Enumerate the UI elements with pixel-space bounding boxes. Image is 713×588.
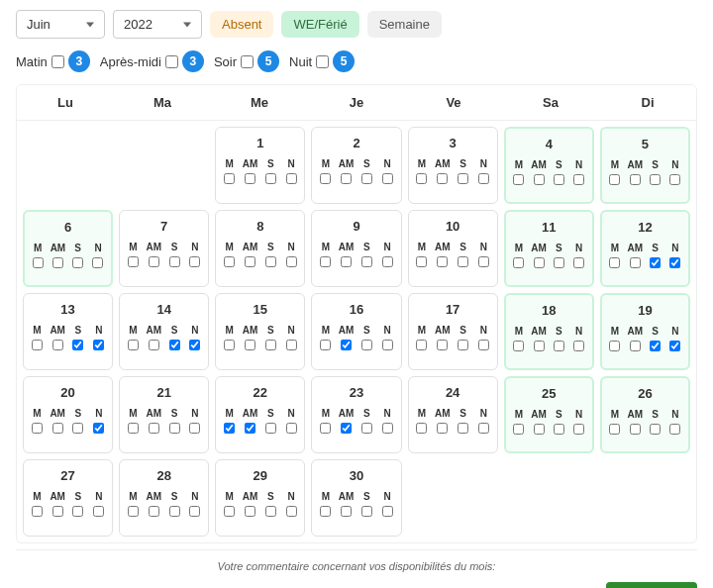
checkbox-matin-all[interactable]: [51, 55, 64, 68]
slot-checkbox-s[interactable]: [72, 257, 83, 268]
checkbox-apresmidi-all[interactable]: [165, 55, 178, 68]
slot-checkbox-s[interactable]: [361, 423, 372, 434]
slot-checkbox-n[interactable]: [286, 340, 297, 350]
slot-checkbox-n[interactable]: [669, 341, 680, 351]
slot-checkbox-s[interactable]: [361, 506, 372, 517]
slot-checkbox-am[interactable]: [52, 257, 63, 268]
slot-checkbox-m[interactable]: [320, 506, 331, 517]
slot-checkbox-s[interactable]: [361, 256, 372, 267]
slot-checkbox-m[interactable]: [609, 257, 620, 268]
slot-checkbox-am[interactable]: [245, 423, 255, 434]
slot-checkbox-s[interactable]: [458, 173, 468, 184]
year-select[interactable]: 2022: [113, 10, 202, 39]
slot-checkbox-s[interactable]: [361, 173, 372, 184]
slot-checkbox-n[interactable]: [189, 506, 200, 517]
slot-checkbox-m[interactable]: [32, 340, 43, 350]
slot-checkbox-am[interactable]: [437, 340, 448, 350]
slot-checkbox-m[interactable]: [416, 340, 427, 350]
slot-checkbox-am[interactable]: [534, 341, 545, 351]
slot-checkbox-n[interactable]: [93, 423, 104, 434]
slot-checkbox-am[interactable]: [341, 423, 352, 434]
slot-checkbox-s[interactable]: [458, 256, 468, 267]
slot-checkbox-s[interactable]: [650, 341, 661, 351]
slot-checkbox-m[interactable]: [320, 256, 331, 267]
slot-checkbox-s[interactable]: [650, 174, 661, 185]
slot-checkbox-n[interactable]: [189, 340, 200, 350]
slot-checkbox-n[interactable]: [382, 506, 393, 517]
slot-checkbox-n[interactable]: [478, 256, 489, 267]
slot-checkbox-m[interactable]: [32, 506, 43, 517]
slot-checkbox-am[interactable]: [630, 341, 641, 351]
slot-checkbox-am[interactable]: [341, 256, 352, 267]
slot-checkbox-m[interactable]: [609, 174, 620, 185]
chip-week[interactable]: Semaine: [367, 11, 442, 38]
slot-checkbox-am[interactable]: [534, 424, 545, 435]
slot-checkbox-m[interactable]: [128, 340, 139, 350]
checkbox-soir-all[interactable]: [241, 55, 254, 68]
month-select[interactable]: Juin: [16, 10, 105, 39]
slot-checkbox-s[interactable]: [650, 257, 661, 268]
slot-checkbox-am[interactable]: [534, 174, 545, 185]
slot-checkbox-m[interactable]: [416, 423, 427, 434]
slot-checkbox-n[interactable]: [478, 340, 489, 350]
slot-checkbox-m[interactable]: [32, 423, 43, 434]
slot-checkbox-am[interactable]: [437, 256, 448, 267]
slot-checkbox-m[interactable]: [224, 423, 235, 434]
slot-checkbox-s[interactable]: [554, 257, 564, 268]
slot-checkbox-m[interactable]: [513, 341, 524, 351]
slot-checkbox-m[interactable]: [320, 340, 331, 350]
slot-checkbox-n[interactable]: [93, 340, 104, 350]
slot-checkbox-am[interactable]: [149, 506, 159, 517]
slot-checkbox-am[interactable]: [245, 173, 255, 184]
slot-checkbox-m[interactable]: [513, 174, 524, 185]
slot-checkbox-s[interactable]: [169, 506, 180, 517]
slot-checkbox-s[interactable]: [72, 506, 83, 517]
slot-checkbox-s[interactable]: [265, 340, 276, 350]
slot-checkbox-s[interactable]: [169, 423, 180, 434]
slot-checkbox-am[interactable]: [630, 257, 641, 268]
slot-checkbox-s[interactable]: [169, 340, 180, 350]
slot-checkbox-am[interactable]: [534, 257, 545, 268]
save-button[interactable]: Enregistrer: [606, 582, 697, 588]
slot-checkbox-m[interactable]: [224, 506, 235, 517]
slot-checkbox-s[interactable]: [72, 423, 83, 434]
slot-checkbox-m[interactable]: [320, 173, 331, 184]
slot-checkbox-n[interactable]: [573, 257, 584, 268]
slot-checkbox-am[interactable]: [437, 423, 448, 434]
slot-checkbox-am[interactable]: [341, 340, 352, 350]
slot-checkbox-s[interactable]: [265, 506, 276, 517]
slot-checkbox-n[interactable]: [382, 423, 393, 434]
slot-checkbox-n[interactable]: [189, 423, 200, 434]
chip-weekend[interactable]: WE/Férié: [281, 11, 358, 38]
slot-checkbox-s[interactable]: [650, 424, 661, 435]
slot-checkbox-s[interactable]: [169, 256, 180, 267]
slot-checkbox-s[interactable]: [361, 340, 372, 350]
slot-checkbox-s[interactable]: [265, 173, 276, 184]
slot-checkbox-n[interactable]: [478, 423, 489, 434]
slot-checkbox-am[interactable]: [341, 173, 352, 184]
slot-checkbox-m[interactable]: [609, 424, 620, 435]
slot-checkbox-am[interactable]: [52, 340, 63, 350]
slot-checkbox-m[interactable]: [128, 256, 139, 267]
slot-checkbox-n[interactable]: [478, 173, 489, 184]
slot-checkbox-n[interactable]: [573, 424, 584, 435]
slot-checkbox-s[interactable]: [458, 423, 468, 434]
slot-checkbox-am[interactable]: [149, 423, 159, 434]
slot-checkbox-n[interactable]: [382, 340, 393, 350]
slot-checkbox-m[interactable]: [224, 340, 235, 350]
slot-checkbox-n[interactable]: [92, 257, 103, 268]
slot-checkbox-m[interactable]: [416, 173, 427, 184]
slot-checkbox-s[interactable]: [554, 174, 564, 185]
slot-checkbox-n[interactable]: [286, 506, 297, 517]
slot-checkbox-n[interactable]: [189, 256, 200, 267]
slot-checkbox-am[interactable]: [245, 256, 255, 267]
slot-checkbox-m[interactable]: [224, 173, 235, 184]
slot-checkbox-m[interactable]: [609, 341, 620, 351]
slot-checkbox-s[interactable]: [554, 341, 564, 351]
slot-checkbox-s[interactable]: [458, 340, 468, 350]
slot-checkbox-m[interactable]: [128, 423, 139, 434]
slot-checkbox-n[interactable]: [669, 257, 680, 268]
slot-checkbox-am[interactable]: [52, 423, 63, 434]
slot-checkbox-am[interactable]: [245, 506, 255, 517]
slot-checkbox-m[interactable]: [416, 256, 427, 267]
